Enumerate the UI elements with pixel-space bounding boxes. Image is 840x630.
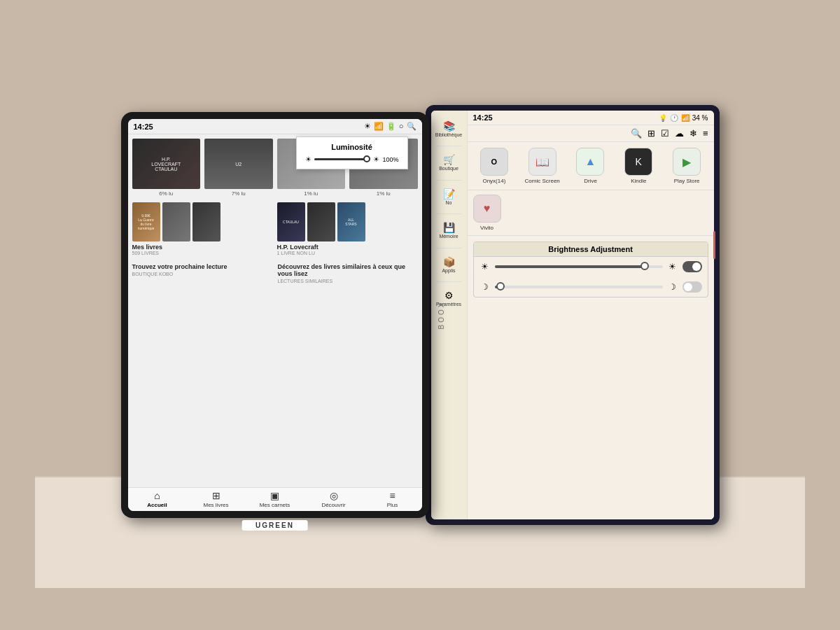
cover-stars[interactable]: ALLSTARS bbox=[337, 202, 365, 241]
app-vivlio[interactable]: ♥ Vivlio bbox=[473, 195, 501, 231]
toolbar-check-icon[interactable]: ☑ bbox=[661, 128, 669, 139]
nav-mes-livres-label: Mes livres bbox=[203, 502, 228, 508]
sun-brightness-toggle[interactable] bbox=[682, 261, 702, 272]
kobo-device: kobo 14:25 ☀ 📶 🔋 ○ 🔍 Luminosité ☀ bbox=[121, 112, 429, 518]
book-progress-3: 1% lu bbox=[304, 190, 318, 197]
sidebar-divider-3 bbox=[436, 214, 461, 214]
sidebar-library-label: Bibliothèque bbox=[435, 132, 463, 138]
kobo-content: H.P.LOVECRAFTCTAULAU 6% lu U2 7% lu P.J.… bbox=[128, 134, 422, 487]
section-lovecraft: CTAULAU ALLSTARS H.P. Lovecraft 1 LIVRE … bbox=[277, 202, 418, 255]
nav-accueil[interactable]: ⌂ Accueil bbox=[128, 491, 187, 508]
nav-carnets-label: Mes carnets bbox=[260, 502, 290, 508]
boox-content-area bbox=[468, 303, 714, 519]
sidebar-item-apps[interactable]: 📦 Applis bbox=[433, 252, 464, 278]
book-item-1[interactable]: H.P.LOVECRAFTCTAULAU 6% lu bbox=[132, 139, 201, 197]
promo-section: Trouvez votre prochaine lecture BOUTIQUE… bbox=[132, 258, 418, 288]
sidebar-divider-2 bbox=[436, 180, 461, 181]
brightness-knob[interactable] bbox=[363, 155, 370, 162]
app-play-store[interactable]: ▶ Play Store bbox=[666, 148, 708, 184]
moon-icon-left: ☽ bbox=[479, 282, 491, 292]
nav-accueil-label: Accueil bbox=[147, 502, 167, 508]
book-cover-ctaulau[interactable]: H.P.LOVECRAFTCTAULAU bbox=[132, 139, 201, 189]
toolbar-menu-icon[interactable]: ≡ bbox=[703, 128, 708, 139]
nav-mes-livres[interactable]: ⊞ Mes livres bbox=[187, 491, 246, 508]
boox-wifi-icon: 📶 bbox=[681, 114, 690, 122]
sidebar-item-library[interactable]: 📚 Bibliothèque bbox=[433, 116, 464, 142]
book-item-2[interactable]: U2 7% lu bbox=[204, 139, 273, 197]
promo-boutique[interactable]: Trouvez votre prochaine lecture BOUTIQUE… bbox=[132, 263, 272, 284]
play-store-label: Play Store bbox=[674, 178, 700, 184]
nav-decouvrir[interactable]: ◎ Découvrir bbox=[304, 491, 363, 508]
sun-icon-left: ☀ bbox=[479, 262, 491, 272]
moon-brightness-bar[interactable] bbox=[495, 286, 663, 288]
kobo-status-icons: ☀ 📶 🔋 ○ 🔍 bbox=[364, 122, 416, 131]
cover-misc2[interactable] bbox=[192, 202, 220, 241]
boox-battery-percent: 34 % bbox=[692, 114, 708, 122]
boox-topbar: 14:25 💡 🕐 📶 34 % bbox=[468, 111, 714, 125]
brightness-sun-left: ☀ bbox=[305, 155, 312, 163]
wifi-icon: 📶 bbox=[374, 122, 384, 131]
sun-brightness-row: ☀ ☀ bbox=[474, 257, 708, 276]
circle-icon: ○ bbox=[399, 122, 404, 131]
toolbar-grid-icon[interactable]: ⊞ bbox=[648, 128, 655, 139]
menu-icon: ≡ bbox=[389, 491, 395, 500]
boox-brightness-panel[interactable]: Brightness Adjustment ☀ ☀ ☽ bbox=[473, 241, 708, 298]
scene: kobo 14:25 ☀ 📶 🔋 ○ 🔍 Luminosité ☀ bbox=[35, 42, 805, 588]
sidebar-item-store[interactable]: 🛒 Boutique bbox=[433, 150, 464, 176]
boox-accent-stripe bbox=[713, 231, 715, 259]
section-books: 9,99€La Guerredu livrenumérique Mes livr… bbox=[132, 202, 418, 255]
sun-brightness-knob[interactable] bbox=[640, 262, 649, 270]
app-comic-screen[interactable]: 📖 Comic Screen bbox=[521, 148, 564, 184]
kobo-time: 14:25 bbox=[134, 122, 153, 131]
ugreen-label: UGREEN bbox=[241, 520, 308, 531]
promo-similaires[interactable]: Découvrez des livres similaires à ceux q… bbox=[278, 263, 418, 284]
sun-icon-right: ☀ bbox=[667, 262, 678, 272]
comic-screen-label: Comic Screen bbox=[525, 178, 560, 184]
mes-livres-covers: 9,99€La Guerredu livrenumérique bbox=[132, 202, 273, 241]
kobo-topbar: 14:25 ☀ 📶 🔋 ○ 🔍 bbox=[128, 119, 422, 134]
nav-carnets[interactable]: ▣ Mes carnets bbox=[246, 491, 304, 508]
boox-toolbar: 🔍 ⊞ ☑ ☁ ❄ ≡ bbox=[468, 125, 714, 142]
toolbar-sync-icon[interactable]: ❄ bbox=[690, 128, 697, 139]
vivlio-row: ♥ Vivlio bbox=[468, 190, 714, 236]
moon-brightness-toggle[interactable] bbox=[682, 281, 702, 293]
promo-boutique-sub: BOUTIQUE KOBO bbox=[132, 272, 272, 276]
brightness-percent: 100% bbox=[382, 156, 398, 163]
books-icon: ⊞ bbox=[212, 491, 220, 500]
nav-plus[interactable]: ≡ Plus bbox=[363, 491, 422, 508]
drive-label: Drive bbox=[584, 178, 597, 184]
brightness-slider[interactable] bbox=[314, 158, 371, 160]
settings-icon: ⚙ bbox=[444, 290, 454, 301]
boox-status-icons: 💡 🕐 📶 34 % bbox=[659, 114, 708, 122]
notes-icon: 📝 bbox=[443, 188, 455, 200]
cover-misc1[interactable] bbox=[162, 202, 190, 241]
sun-brightness-bar[interactable] bbox=[495, 265, 663, 268]
onyx-label: Onyx(14) bbox=[482, 178, 505, 184]
sidebar-item-notes[interactable]: 📝 No bbox=[433, 184, 464, 210]
sun-brightness-fill bbox=[495, 265, 643, 268]
sidebar-store-label: Boutique bbox=[439, 166, 458, 172]
book-progress-4: 1% lu bbox=[377, 190, 391, 197]
app-onyx[interactable]: O Onyx(14) bbox=[473, 148, 516, 184]
moon-brightness-row: ☽ ☽ bbox=[474, 276, 708, 297]
app-drive[interactable]: ▲ Drive bbox=[569, 148, 612, 184]
cover-guerre[interactable]: 9,99€La Guerredu livrenumérique bbox=[132, 202, 160, 241]
moon-brightness-knob[interactable] bbox=[496, 282, 505, 290]
cover-ctaulau2[interactable]: CTAULAU bbox=[277, 202, 305, 241]
boox-time: 14:25 bbox=[473, 113, 493, 122]
store-icon: 🛒 bbox=[443, 154, 455, 165]
sidebar-item-memory[interactable]: 💾 Mémoire bbox=[433, 218, 464, 244]
sidebar-memory-label: Mémoire bbox=[439, 234, 458, 239]
play-store-icon: ▶ bbox=[673, 148, 701, 176]
search-icon[interactable]: 🔍 bbox=[407, 122, 416, 131]
toolbar-cloud-icon[interactable]: ☁ bbox=[675, 128, 684, 139]
drive-icon: ▲ bbox=[576, 148, 604, 176]
kobo-brightness-popup[interactable]: Luminosité ☀ ☀ 100% bbox=[296, 136, 408, 169]
book-cover-2[interactable]: U2 bbox=[204, 139, 273, 189]
sun-icon: ☀ bbox=[364, 122, 371, 131]
app-kindle[interactable]: K Kindle bbox=[617, 148, 660, 184]
boox-app-grid: O Onyx(14) 📖 Comic Screen ▲ bbox=[468, 142, 714, 190]
cover-hp2[interactable] bbox=[307, 202, 335, 241]
mes-livres-title: Mes livres bbox=[132, 244, 273, 251]
toolbar-search-icon[interactable]: 🔍 bbox=[631, 128, 642, 139]
